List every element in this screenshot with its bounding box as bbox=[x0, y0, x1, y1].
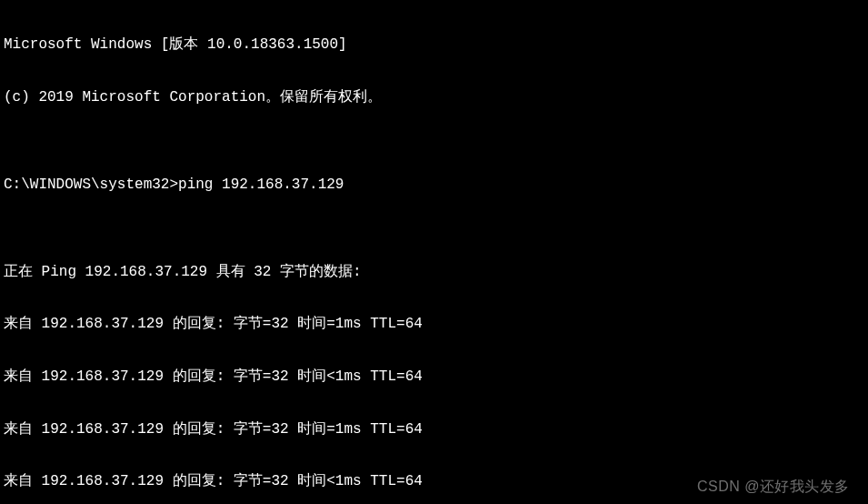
watermark-text: CSDN @还好我头发多 bbox=[697, 478, 850, 495]
output-line: Microsoft Windows [版本 10.0.18363.1500] bbox=[4, 36, 864, 54]
output-line: 来自 192.168.37.129 的回复: 字节=32 时间=1ms TTL=… bbox=[4, 421, 864, 438]
terminal-output[interactable]: Microsoft Windows [版本 10.0.18363.1500] (… bbox=[0, 0, 868, 504]
output-line: 来自 192.168.37.129 的回复: 字节=32 时间<1ms TTL=… bbox=[4, 368, 864, 386]
prompt-line: C:\WINDOWS\system32>ping 192.168.37.129 bbox=[4, 176, 864, 194]
output-line: (c) 2019 Microsoft Corporation。保留所有权利。 bbox=[4, 89, 864, 106]
output-line: 来自 192.168.37.129 的回复: 字节=32 时间=1ms TTL=… bbox=[4, 316, 864, 333]
output-line: 正在 Ping 192.168.37.129 具有 32 字节的数据: bbox=[4, 264, 864, 281]
